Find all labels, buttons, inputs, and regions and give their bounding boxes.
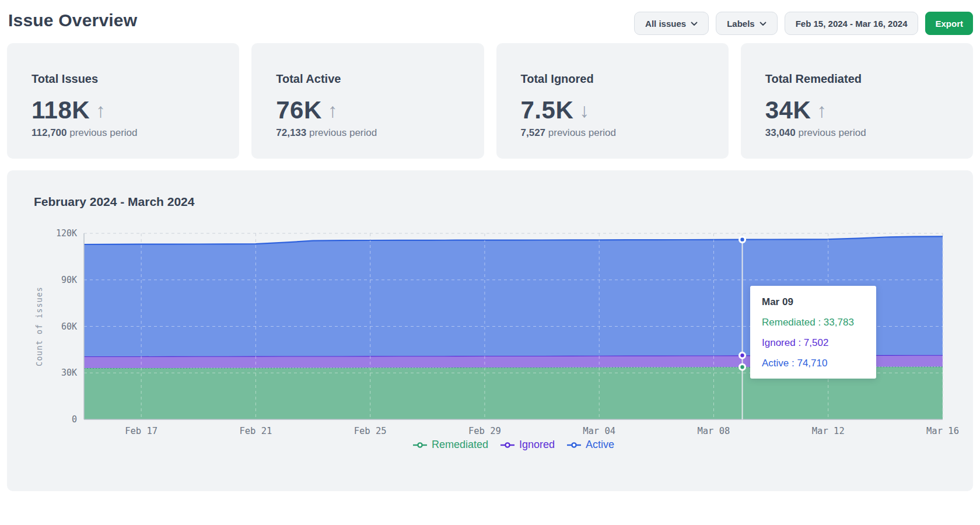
svg-text:60K: 60K [61,321,77,332]
legend-item-ignored[interactable]: Ignored [500,439,555,451]
stat-card-total-active: Total Active 76K ↑ 72,133 previous perio… [251,43,484,159]
issues-filter-label: All issues [645,19,686,29]
date-range-picker[interactable]: Feb 15, 2024 - Mar 16, 2024 [785,12,919,35]
date-range-label: Feb 15, 2024 - Mar 16, 2024 [796,19,908,29]
legend-marker-icon [412,442,428,449]
legend-marker-icon [566,442,582,449]
stat-card-title: Total Active [276,72,459,86]
chart-title: February 2024 - March 2024 [34,195,194,209]
chart-panel: February 2024 - March 2024 030K60K90K120… [7,170,973,491]
legend-marker-icon [500,442,515,449]
stat-card-total-ignored: Total Ignored 7.5K ↓ 7,527 previous peri… [496,43,729,159]
stat-card-title: Total Remediated [765,72,949,86]
tooltip-date: Mar 09 [762,296,866,308]
stat-card-previous: 72,133 previous period [276,127,459,139]
svg-text:Feb 29: Feb 29 [468,426,501,436]
legend-item-remediated[interactable]: Remediated [412,439,488,451]
tooltip-row-ignored: Ignored : 7,502 [762,337,866,349]
stat-card-value: 7.5K [521,96,574,124]
export-button[interactable]: Export [925,12,973,35]
y-axis-label: Count of issues [34,286,44,366]
trend-up-icon: ↑ [328,100,338,120]
toolbar: All issues Labels Feb 15, 2024 - Mar 16,… [634,10,973,35]
stat-card-previous: 33,040 previous period [765,127,949,139]
svg-text:Mar 08: Mar 08 [697,426,730,436]
stat-card-value: 34K [765,96,811,124]
trend-up-icon: ↑ [817,100,827,120]
trend-up-icon: ↑ [96,100,106,120]
page-header: Issue Overview All issues Labels Feb 15,… [7,0,973,43]
chevron-down-icon [760,22,766,26]
trend-down-icon: ↓ [579,100,589,120]
stat-card-total-issues: Total Issues 118K ↑ 112,700 previous per… [7,43,239,159]
chart-legend: RemediatedIgnoredActive [84,439,943,451]
stat-card-total-remediated: Total Remediated 34K ↑ 33,040 previous p… [741,43,973,159]
svg-text:Feb 21: Feb 21 [239,426,272,436]
svg-text:Feb 25: Feb 25 [354,426,387,436]
tooltip-row-active: Active : 74,710 [762,358,866,369]
svg-text:Mar 04: Mar 04 [583,426,615,436]
stat-card-value: 118K [32,96,90,124]
stat-cards-row: Total Issues 118K ↑ 112,700 previous per… [7,43,973,159]
svg-text:0: 0 [72,414,77,425]
export-label: Export [935,19,963,29]
chart-tooltip: Mar 09 Remediated : 33,783 Ignored : 7,5… [750,286,876,379]
page-title: Issue Overview [8,10,137,30]
svg-text:120K: 120K [56,228,77,239]
legend-label: Remediated [432,439,488,451]
issues-filter-dropdown[interactable]: All issues [634,12,709,35]
svg-text:Mar 16: Mar 16 [926,426,959,436]
legend-item-active[interactable]: Active [566,439,614,451]
svg-text:90K: 90K [61,275,77,285]
stat-card-title: Total Ignored [521,72,704,86]
legend-label: Active [586,439,614,451]
stat-card-value: 76K [276,96,322,124]
svg-text:Feb 17: Feb 17 [125,426,158,436]
labels-filter-label: Labels [727,19,755,29]
stat-card-title: Total Issues [32,72,215,86]
labels-filter-dropdown[interactable]: Labels [716,12,778,35]
stat-card-previous: 7,527 previous period [521,127,704,139]
tooltip-row-remediated: Remediated : 33,783 [762,317,866,328]
chevron-down-icon [691,22,698,26]
stat-card-previous: 112,700 previous period [32,127,215,139]
svg-text:Mar 12: Mar 12 [812,426,845,436]
legend-label: Ignored [519,439,555,451]
svg-text:30K: 30K [61,368,77,378]
